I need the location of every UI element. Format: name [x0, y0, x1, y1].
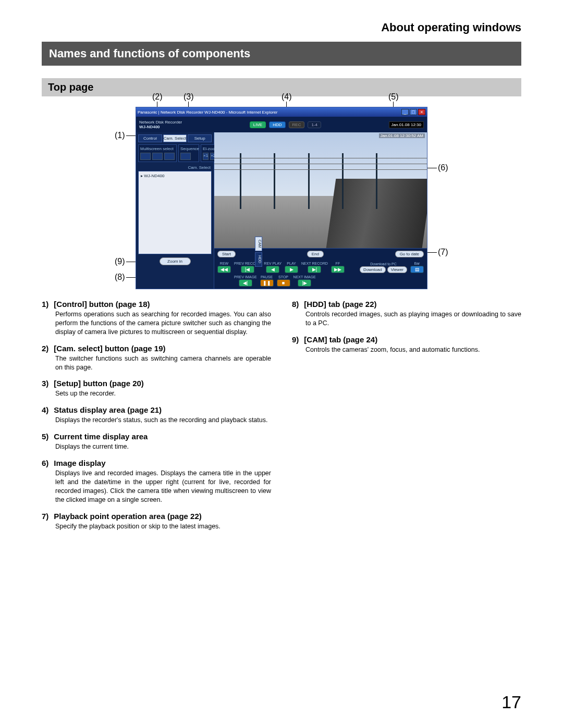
item-title: Status display area (page 21)	[54, 405, 162, 414]
tree-root: WJ-ND400	[144, 174, 164, 178]
item-num: 7)	[42, 512, 48, 521]
item-body: Sets up the recorder.	[42, 389, 271, 398]
ff-button[interactable]: ▶▶	[331, 266, 345, 273]
callout-2: (2)	[152, 92, 163, 102]
callout-7: (7)	[438, 248, 448, 257]
revplay-label: REV PLAY	[264, 262, 282, 265]
playback-controls-2: PREV IMAGE◀| PAUSE❚❚ STOP■ NEXT IMAGE|▶	[214, 275, 427, 289]
callout-6: (6)	[438, 163, 448, 172]
multiscreen-label: Multiscreen select	[140, 146, 175, 151]
item-body: Specify the playback position or skip to…	[42, 522, 271, 531]
status-display-area: LIVE HDD REC 1-4	[250, 121, 321, 128]
item-num: 6)	[42, 459, 48, 467]
item-num: 5)	[42, 432, 48, 441]
cam-timestamp: Jan.01.08 12:30:52 AM	[379, 133, 425, 138]
control-button[interactable]: Control	[138, 134, 162, 142]
desc-item: 5)Current time display areaDisplays the …	[42, 432, 271, 451]
sequence-label: Sequence	[180, 146, 197, 151]
image-display[interactable]: Jan.01.08 12:30:52 AM	[214, 132, 427, 248]
status-other: 1-4	[308, 121, 321, 128]
desc-item: 4)Status display area (page 21)Displays …	[42, 405, 271, 425]
hdd-tab[interactable]: HDD	[255, 252, 262, 267]
bar-toggle[interactable]: ▤	[410, 266, 424, 273]
item-title: Current time display area	[54, 432, 148, 441]
play-label: PLAY	[287, 262, 296, 265]
rev-play-button[interactable]: ◀	[266, 266, 279, 273]
sidebar: Control Cam. Select Setup Multiscreen se…	[136, 132, 214, 289]
zoom-in-button[interactable]: Zoom in	[160, 257, 191, 265]
desc-col-left: 1)[Control] button (page 18)Performs ope…	[42, 300, 271, 538]
play-start-button[interactable]: Start	[217, 251, 236, 257]
window-max-button[interactable]: □	[410, 109, 417, 115]
section-title: Names and functions of components	[42, 42, 521, 66]
item-title: [CAM] tab (page 24)	[304, 335, 377, 344]
play-end-button[interactable]: End	[307, 251, 324, 257]
download-button[interactable]: Download	[360, 266, 386, 273]
cam-tab[interactable]: CAM	[255, 237, 262, 251]
status-live: LIVE	[250, 121, 266, 128]
viewer-button[interactable]: Viewer	[387, 266, 407, 273]
ff-label: FF	[336, 262, 340, 265]
rew-button[interactable]: ◀◀	[217, 266, 231, 273]
window-titlebar: Panasonic | Network Disk Recorder WJ-ND4…	[136, 107, 427, 117]
callout-8: (8)	[115, 273, 125, 282]
desc-item: 6)Image displayDisplays live and recorde…	[42, 459, 271, 504]
sequence-button[interactable]	[180, 153, 191, 160]
multi-tile[interactable]	[140, 153, 151, 160]
page-number: 17	[501, 692, 521, 712]
cam-select-label: Cam. Select	[139, 165, 211, 170]
rew-label: REW	[220, 262, 228, 265]
item-title: [Control] button (page 18)	[54, 300, 150, 309]
item-body: Controls the cameras' zoom, focus, and a…	[292, 346, 521, 354]
multi-tile[interactable]	[152, 153, 163, 160]
brand-line1: Network Disk Recorder	[139, 120, 182, 125]
item-title: Playback point operation area (page 22)	[54, 512, 201, 521]
item-num: 2)	[42, 344, 48, 353]
item-body: Displays live and recorded images. Displ…	[42, 469, 271, 504]
item-body: Displays the current time.	[42, 442, 271, 451]
cam-select-button[interactable]: Cam. Select	[163, 134, 187, 142]
item-body: The switcher functions such as switching…	[42, 354, 271, 372]
current-time-display: Jan.01.08 12:30	[389, 121, 424, 128]
multi-tile[interactable]	[164, 153, 175, 160]
play-button[interactable]: ▶	[285, 266, 298, 273]
item-body: Controls recorded images, such as playin…	[292, 310, 521, 328]
desc-col-right: 8)[HDD] tab (page 22)Controls recorded i…	[292, 300, 521, 538]
camera-tree[interactable]: ▸ WJ-ND400	[138, 171, 212, 254]
item-num: 4)	[42, 405, 48, 414]
item-num: 8)	[292, 300, 299, 309]
desc-item: 1)[Control] button (page 18)Performs ope…	[42, 300, 271, 337]
next-image-button[interactable]: |▶	[298, 279, 311, 287]
page-header: About operating windows	[42, 21, 521, 34]
callout-1: (1)	[115, 131, 125, 140]
item-num: 1)	[42, 300, 48, 309]
desc-item: 3)[Setup] button (page 20)Sets up the re…	[42, 379, 271, 398]
desc-item: 2)[Cam. select] button (page 19)The swit…	[42, 344, 271, 372]
prev-record-button[interactable]: |◀	[241, 266, 254, 273]
window-title: Panasonic | Network Disk Recorder WJ-ND4…	[138, 110, 277, 115]
goto-date-button[interactable]: Go to date	[395, 251, 424, 257]
stop-button[interactable]: ■	[277, 279, 290, 287]
item-body: Performs operations such as searching fo…	[42, 310, 271, 337]
callout-5: (5)	[388, 92, 399, 102]
zoom-x1[interactable]: ×1	[203, 153, 209, 160]
previmg-label: PREV IMAGE	[234, 275, 257, 279]
callout-4: (4)	[282, 92, 292, 102]
desc-item: 7)Playback point operation area (page 22…	[42, 512, 271, 531]
prev-image-button[interactable]: ◀|	[239, 279, 252, 287]
pause-label: PAUSE	[261, 275, 273, 279]
item-title: [Setup] button (page 20)	[54, 379, 144, 388]
status-hdd: HDD	[269, 121, 285, 128]
window-min-button[interactable]: _	[401, 109, 409, 115]
window-close-button[interactable]: ×	[418, 109, 425, 115]
item-body: Displays the recorder's status, such as …	[42, 416, 271, 425]
desc-item: 9)[CAM] tab (page 24)Controls the camera…	[292, 335, 521, 354]
pause-button[interactable]: ❚❚	[260, 279, 274, 287]
app-window: Panasonic | Network Disk Recorder WJ-ND4…	[136, 107, 427, 289]
item-num: 3)	[42, 379, 48, 388]
side-vtabs: CAM HDD	[255, 237, 262, 267]
setup-button[interactable]: Setup	[188, 134, 212, 142]
next-record-button[interactable]: ▶|	[308, 266, 321, 273]
bar-label: Bar	[414, 262, 420, 265]
item-title: [HDD] tab (page 22)	[304, 300, 376, 309]
